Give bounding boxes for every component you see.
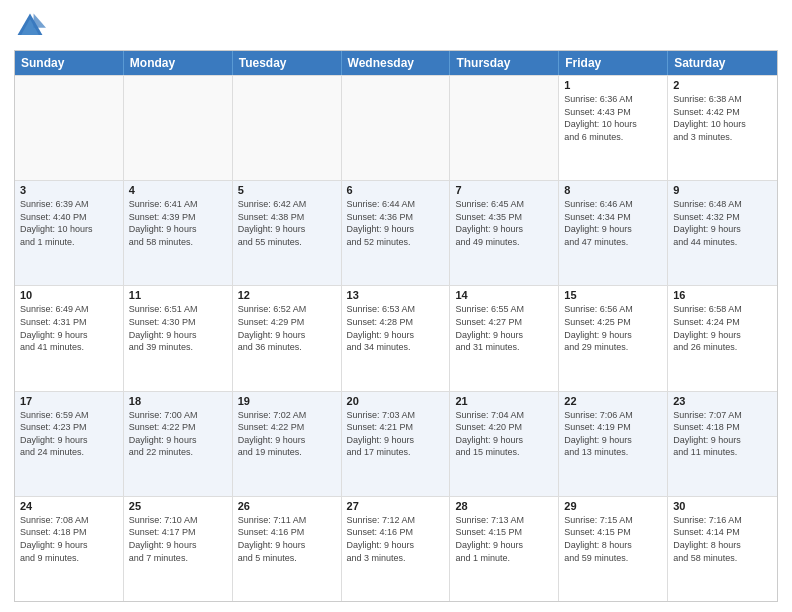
day-number: 28 [455,500,553,512]
day-info: Sunrise: 7:10 AM Sunset: 4:17 PM Dayligh… [129,514,227,564]
calendar-cell: 28Sunrise: 7:13 AM Sunset: 4:15 PM Dayli… [450,497,559,601]
calendar-cell: 25Sunrise: 7:10 AM Sunset: 4:17 PM Dayli… [124,497,233,601]
calendar-cell: 16Sunrise: 6:58 AM Sunset: 4:24 PM Dayli… [668,286,777,390]
day-number: 18 [129,395,227,407]
day-number: 29 [564,500,662,512]
calendar-header: SundayMondayTuesdayWednesdayThursdayFrid… [15,51,777,75]
calendar-cell: 10Sunrise: 6:49 AM Sunset: 4:31 PM Dayli… [15,286,124,390]
day-info: Sunrise: 6:42 AM Sunset: 4:38 PM Dayligh… [238,198,336,248]
weekday-header-sunday: Sunday [15,51,124,75]
day-info: Sunrise: 6:49 AM Sunset: 4:31 PM Dayligh… [20,303,118,353]
weekday-header-friday: Friday [559,51,668,75]
calendar-cell: 8Sunrise: 6:46 AM Sunset: 4:34 PM Daylig… [559,181,668,285]
calendar-cell [15,76,124,180]
day-number: 11 [129,289,227,301]
calendar-cell: 2Sunrise: 6:38 AM Sunset: 4:42 PM Daylig… [668,76,777,180]
day-number: 15 [564,289,662,301]
day-info: Sunrise: 7:07 AM Sunset: 4:18 PM Dayligh… [673,409,772,459]
calendar-row: 24Sunrise: 7:08 AM Sunset: 4:18 PM Dayli… [15,496,777,601]
calendar-cell: 5Sunrise: 6:42 AM Sunset: 4:38 PM Daylig… [233,181,342,285]
day-number: 7 [455,184,553,196]
page: SundayMondayTuesdayWednesdayThursdayFrid… [0,0,792,612]
day-info: Sunrise: 7:02 AM Sunset: 4:22 PM Dayligh… [238,409,336,459]
day-info: Sunrise: 6:48 AM Sunset: 4:32 PM Dayligh… [673,198,772,248]
day-number: 12 [238,289,336,301]
day-number: 24 [20,500,118,512]
day-number: 26 [238,500,336,512]
day-info: Sunrise: 6:51 AM Sunset: 4:30 PM Dayligh… [129,303,227,353]
calendar-cell: 4Sunrise: 6:41 AM Sunset: 4:39 PM Daylig… [124,181,233,285]
calendar-row: 17Sunrise: 6:59 AM Sunset: 4:23 PM Dayli… [15,391,777,496]
day-number: 13 [347,289,445,301]
day-info: Sunrise: 7:12 AM Sunset: 4:16 PM Dayligh… [347,514,445,564]
day-info: Sunrise: 6:52 AM Sunset: 4:29 PM Dayligh… [238,303,336,353]
day-info: Sunrise: 7:06 AM Sunset: 4:19 PM Dayligh… [564,409,662,459]
day-info: Sunrise: 6:53 AM Sunset: 4:28 PM Dayligh… [347,303,445,353]
calendar-row: 1Sunrise: 6:36 AM Sunset: 4:43 PM Daylig… [15,75,777,180]
day-info: Sunrise: 6:56 AM Sunset: 4:25 PM Dayligh… [564,303,662,353]
day-number: 23 [673,395,772,407]
calendar-cell: 13Sunrise: 6:53 AM Sunset: 4:28 PM Dayli… [342,286,451,390]
weekday-header-wednesday: Wednesday [342,51,451,75]
calendar-cell: 20Sunrise: 7:03 AM Sunset: 4:21 PM Dayli… [342,392,451,496]
day-number: 27 [347,500,445,512]
calendar-cell: 9Sunrise: 6:48 AM Sunset: 4:32 PM Daylig… [668,181,777,285]
day-info: Sunrise: 6:58 AM Sunset: 4:24 PM Dayligh… [673,303,772,353]
day-number: 3 [20,184,118,196]
weekday-header-thursday: Thursday [450,51,559,75]
day-info: Sunrise: 7:03 AM Sunset: 4:21 PM Dayligh… [347,409,445,459]
day-number: 25 [129,500,227,512]
weekday-header-tuesday: Tuesday [233,51,342,75]
weekday-header-monday: Monday [124,51,233,75]
day-info: Sunrise: 6:46 AM Sunset: 4:34 PM Dayligh… [564,198,662,248]
day-info: Sunrise: 6:59 AM Sunset: 4:23 PM Dayligh… [20,409,118,459]
day-info: Sunrise: 6:44 AM Sunset: 4:36 PM Dayligh… [347,198,445,248]
day-info: Sunrise: 7:04 AM Sunset: 4:20 PM Dayligh… [455,409,553,459]
calendar-cell: 7Sunrise: 6:45 AM Sunset: 4:35 PM Daylig… [450,181,559,285]
calendar-cell: 27Sunrise: 7:12 AM Sunset: 4:16 PM Dayli… [342,497,451,601]
calendar-cell: 12Sunrise: 6:52 AM Sunset: 4:29 PM Dayli… [233,286,342,390]
calendar-cell: 18Sunrise: 7:00 AM Sunset: 4:22 PM Dayli… [124,392,233,496]
calendar-cell: 17Sunrise: 6:59 AM Sunset: 4:23 PM Dayli… [15,392,124,496]
day-info: Sunrise: 7:00 AM Sunset: 4:22 PM Dayligh… [129,409,227,459]
calendar-cell: 15Sunrise: 6:56 AM Sunset: 4:25 PM Dayli… [559,286,668,390]
day-number: 17 [20,395,118,407]
calendar-cell: 14Sunrise: 6:55 AM Sunset: 4:27 PM Dayli… [450,286,559,390]
calendar-cell: 22Sunrise: 7:06 AM Sunset: 4:19 PM Dayli… [559,392,668,496]
calendar-row: 3Sunrise: 6:39 AM Sunset: 4:40 PM Daylig… [15,180,777,285]
day-number: 2 [673,79,772,91]
weekday-header-saturday: Saturday [668,51,777,75]
day-number: 1 [564,79,662,91]
day-info: Sunrise: 7:08 AM Sunset: 4:18 PM Dayligh… [20,514,118,564]
calendar-cell: 1Sunrise: 6:36 AM Sunset: 4:43 PM Daylig… [559,76,668,180]
calendar-cell: 23Sunrise: 7:07 AM Sunset: 4:18 PM Dayli… [668,392,777,496]
logo-icon [14,10,46,42]
calendar: SundayMondayTuesdayWednesdayThursdayFrid… [14,50,778,602]
calendar-cell: 19Sunrise: 7:02 AM Sunset: 4:22 PM Dayli… [233,392,342,496]
header [14,10,778,42]
day-info: Sunrise: 7:13 AM Sunset: 4:15 PM Dayligh… [455,514,553,564]
day-info: Sunrise: 6:39 AM Sunset: 4:40 PM Dayligh… [20,198,118,248]
calendar-cell: 26Sunrise: 7:11 AM Sunset: 4:16 PM Dayli… [233,497,342,601]
day-number: 6 [347,184,445,196]
day-number: 30 [673,500,772,512]
day-number: 10 [20,289,118,301]
day-info: Sunrise: 7:15 AM Sunset: 4:15 PM Dayligh… [564,514,662,564]
svg-marker-2 [34,14,46,28]
logo [14,10,50,42]
calendar-row: 10Sunrise: 6:49 AM Sunset: 4:31 PM Dayli… [15,285,777,390]
calendar-cell: 11Sunrise: 6:51 AM Sunset: 4:30 PM Dayli… [124,286,233,390]
calendar-cell [342,76,451,180]
day-info: Sunrise: 6:36 AM Sunset: 4:43 PM Dayligh… [564,93,662,143]
calendar-cell: 29Sunrise: 7:15 AM Sunset: 4:15 PM Dayli… [559,497,668,601]
day-number: 8 [564,184,662,196]
calendar-cell: 3Sunrise: 6:39 AM Sunset: 4:40 PM Daylig… [15,181,124,285]
day-number: 9 [673,184,772,196]
day-number: 22 [564,395,662,407]
day-number: 16 [673,289,772,301]
day-info: Sunrise: 7:11 AM Sunset: 4:16 PM Dayligh… [238,514,336,564]
day-number: 20 [347,395,445,407]
calendar-cell [233,76,342,180]
day-info: Sunrise: 6:41 AM Sunset: 4:39 PM Dayligh… [129,198,227,248]
day-info: Sunrise: 6:45 AM Sunset: 4:35 PM Dayligh… [455,198,553,248]
